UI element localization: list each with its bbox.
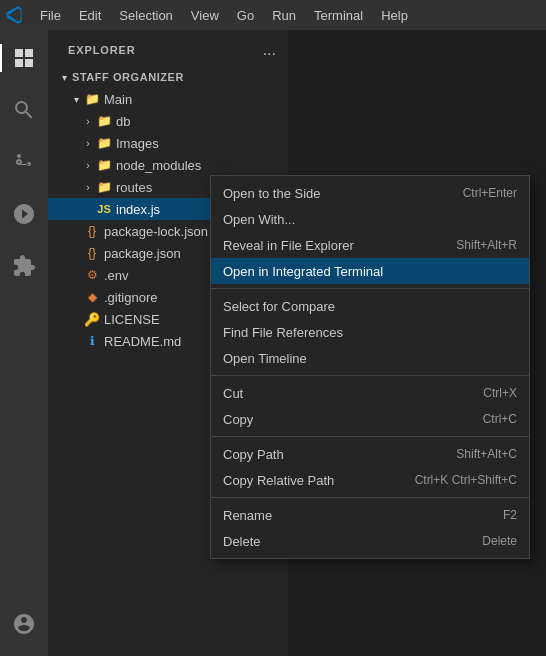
license-icon: 🔑 xyxy=(84,311,100,327)
folder-main-label: Main xyxy=(104,92,132,107)
ctx-open-side-label: Open to the Side xyxy=(223,186,321,201)
vscode-logo xyxy=(4,5,24,25)
context-menu: Open to the Side Ctrl+Enter Open With...… xyxy=(210,175,530,559)
ctx-copypath-shortcut: Shift+Alt+C xyxy=(456,447,517,461)
folder-images[interactable]: › 📁 Images xyxy=(48,132,288,154)
menu-terminal[interactable]: Terminal xyxy=(306,4,371,27)
activity-search[interactable] xyxy=(0,86,48,134)
chevron-right-icon-images: › xyxy=(80,135,96,151)
folder-db-label: db xyxy=(116,114,288,129)
folder-icon-images: 📁 xyxy=(96,135,112,151)
ctx-timeline-label: Open Timeline xyxy=(223,351,307,366)
ctx-separator-2 xyxy=(211,375,529,376)
ctx-open-side[interactable]: Open to the Side Ctrl+Enter xyxy=(211,180,529,206)
chevron-right-icon-db: › xyxy=(80,113,96,129)
ctx-open-side-shortcut: Ctrl+Enter xyxy=(463,186,517,200)
menu-bar: File Edit Selection View Go Run Terminal… xyxy=(0,0,546,30)
menu-run[interactable]: Run xyxy=(264,4,304,27)
chevron-down-icon-main: ▾ xyxy=(68,91,84,107)
ctx-copyrel-shortcut: Ctrl+K Ctrl+Shift+C xyxy=(415,473,517,487)
project-root[interactable]: ▾ STAFF ORGANIZER xyxy=(48,66,288,88)
project-name: STAFF ORGANIZER xyxy=(72,71,184,83)
ctx-cut-label: Cut xyxy=(223,386,243,401)
folder-modules-label: node_modules xyxy=(116,158,288,173)
folder-icon-main: 📁 xyxy=(84,91,100,107)
ctx-compare-label: Select for Compare xyxy=(223,299,335,314)
menu-selection[interactable]: Selection xyxy=(111,4,180,27)
ctx-reveal-label: Reveal in File Explorer xyxy=(223,238,354,253)
ctx-rename-shortcut: F2 xyxy=(503,508,517,522)
activity-bar xyxy=(0,30,48,656)
ctx-copypath-label: Copy Path xyxy=(223,447,284,462)
chevron-right-icon-routes: › xyxy=(80,179,96,195)
activity-debug[interactable] xyxy=(0,190,48,238)
folder-images-label: Images xyxy=(116,136,288,151)
folder-main[interactable]: ▾ 📁 Main xyxy=(48,88,288,110)
ctx-copy-shortcut: Ctrl+C xyxy=(483,412,517,426)
sidebar-actions[interactable]: ... xyxy=(263,41,276,59)
folder-icon-db: 📁 xyxy=(96,113,112,129)
folder-db[interactable]: › 📁 db xyxy=(48,110,288,132)
ctx-open-with[interactable]: Open With... xyxy=(211,206,529,232)
folder-icon-routes: 📁 xyxy=(96,179,112,195)
activity-explorer[interactable] xyxy=(0,34,48,82)
js-icon-index: JS xyxy=(96,201,112,217)
ctx-copy[interactable]: Copy Ctrl+C xyxy=(211,406,529,432)
ctx-reveal-explorer[interactable]: Reveal in File Explorer Shift+Alt+R xyxy=(211,232,529,258)
menu-help[interactable]: Help xyxy=(373,4,416,27)
ctx-open-terminal[interactable]: Open in Integrated Terminal xyxy=(211,258,529,284)
chevron-right-icon-modules: › xyxy=(80,157,96,173)
ctx-delete[interactable]: Delete Delete xyxy=(211,528,529,554)
env-icon: ⚙ xyxy=(84,267,100,283)
ctx-select-compare[interactable]: Select for Compare xyxy=(211,293,529,319)
ctx-cut[interactable]: Cut Ctrl+X xyxy=(211,380,529,406)
ctx-rename[interactable]: Rename F2 xyxy=(211,502,529,528)
ctx-reveal-shortcut: Shift+Alt+R xyxy=(456,238,517,252)
ctx-delete-label: Delete xyxy=(223,534,261,549)
ctx-find-references[interactable]: Find File References xyxy=(211,319,529,345)
ctx-open-timeline[interactable]: Open Timeline xyxy=(211,345,529,371)
chevron-down-icon: ▾ xyxy=(56,69,72,85)
menu-view[interactable]: View xyxy=(183,4,227,27)
ctx-separator-1 xyxy=(211,288,529,289)
ctx-copy-path[interactable]: Copy Path Shift+Alt+C xyxy=(211,441,529,467)
folder-node-modules[interactable]: › 📁 node_modules xyxy=(48,154,288,176)
ctx-terminal-label: Open in Integrated Terminal xyxy=(223,264,383,279)
sidebar-header: EXPLORER ... xyxy=(48,30,288,66)
ctx-rename-label: Rename xyxy=(223,508,272,523)
json-icon-pkg: {} xyxy=(84,245,100,261)
activity-extensions[interactable] xyxy=(0,242,48,290)
json-icon-pkglock: {} xyxy=(84,223,100,239)
ctx-separator-4 xyxy=(211,497,529,498)
sidebar-title: EXPLORER xyxy=(68,44,136,56)
menu-edit[interactable]: Edit xyxy=(71,4,109,27)
ctx-find-label: Find File References xyxy=(223,325,343,340)
ctx-separator-3 xyxy=(211,436,529,437)
ctx-delete-shortcut: Delete xyxy=(482,534,517,548)
ctx-copy-label: Copy xyxy=(223,412,253,427)
gitignore-icon: ◆ xyxy=(84,289,100,305)
ctx-copy-relative[interactable]: Copy Relative Path Ctrl+K Ctrl+Shift+C xyxy=(211,467,529,493)
menu-go[interactable]: Go xyxy=(229,4,262,27)
ctx-copyrel-label: Copy Relative Path xyxy=(223,473,334,488)
ctx-open-with-label: Open With... xyxy=(223,212,295,227)
menu-file[interactable]: File xyxy=(32,4,69,27)
folder-icon-modules: 📁 xyxy=(96,157,112,173)
activity-source-control[interactable] xyxy=(0,138,48,186)
activity-accounts[interactable] xyxy=(0,600,48,648)
ctx-cut-shortcut: Ctrl+X xyxy=(483,386,517,400)
readme-icon: ℹ xyxy=(84,333,100,349)
